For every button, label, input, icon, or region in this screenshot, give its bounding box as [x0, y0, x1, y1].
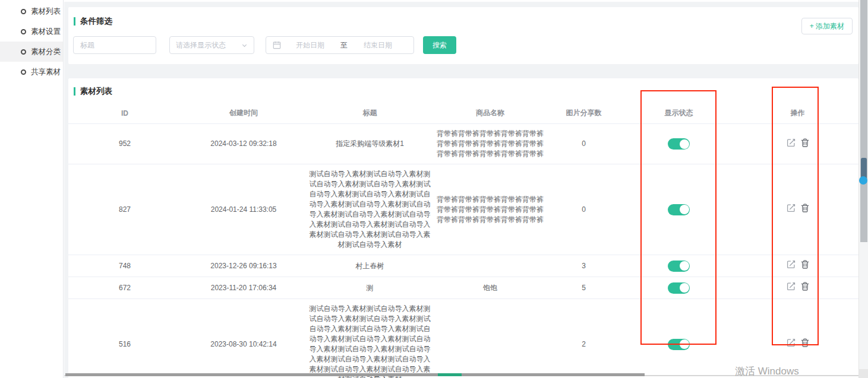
edit-icon[interactable] [787, 138, 796, 147]
cell-product [434, 255, 547, 277]
edit-icon[interactable] [787, 260, 796, 269]
circle-bullet-icon [21, 29, 26, 34]
column-header-share-count: 图片分享数 [547, 103, 621, 124]
sidebar-item-label: 素材列表 [31, 7, 61, 17]
display-status-toggle[interactable] [668, 339, 690, 350]
table-section-title: 素材列表 [68, 78, 858, 103]
delete-icon[interactable] [801, 260, 809, 269]
column-header-title: 标题 [306, 103, 434, 124]
date-range-separator: 至 [339, 40, 349, 50]
windows-activation-watermark: 激活 Windows [735, 364, 799, 378]
calendar-icon [273, 41, 281, 49]
cell-title: 测试自动导入素材测试自动导入素材测试自动导入素材测试自动导入素材测试自动导入素材… [306, 299, 434, 378]
cell-id: 672 [68, 277, 181, 299]
delete-icon[interactable] [801, 204, 809, 212]
main-content: 条件筛选 请选择显示状态 开始日期 至 结束日期 搜索 + 添加素材 素材列表 [64, 0, 858, 378]
filter-section-title: 条件筛选 [68, 7, 858, 27]
cell-title: 测试自动导入素材测试自动导入素材测试自动导入素材测试自动导入素材测试自动导入素材… [306, 164, 434, 255]
sidebar: 素材列表 素材设置 素材分类 共享素材 [0, 0, 64, 378]
edit-icon[interactable] [787, 282, 796, 291]
vertical-scrollbar-thumb[interactable] [860, 0, 867, 242]
edit-icon[interactable] [787, 204, 796, 212]
cell-created: 2024-01-24 11:33:05 [181, 164, 306, 255]
column-header-id: ID [68, 103, 181, 124]
cell-share-count: 2 [547, 299, 621, 378]
cell-display-status [621, 299, 737, 378]
delete-icon[interactable] [801, 338, 809, 347]
cell-product: 背带裤背带裤背带裤背带裤背带裤背带裤背带裤背带裤背带裤背带裤背带裤背带裤背带裤背… [434, 164, 547, 255]
cell-display-status [621, 124, 737, 164]
cell-display-status [621, 255, 737, 277]
vertical-scrollbar[interactable] [858, 0, 868, 378]
sidebar-item-material-settings[interactable]: 素材设置 [0, 21, 63, 42]
cell-share-count: 0 [547, 124, 621, 164]
cell-actions [737, 124, 858, 164]
cell-id: 748 [68, 255, 181, 277]
table-row: 672 2023-11-20 17:06:34 测 饱饱 5 [68, 277, 858, 299]
end-date-placeholder[interactable]: 结束日期 [349, 40, 407, 50]
cell-title: 指定采购端等级素材1 [306, 124, 434, 164]
circle-bullet-icon [21, 49, 26, 55]
cell-share-count: 0 [547, 164, 621, 255]
display-status-select[interactable]: 请选择显示状态 [169, 36, 254, 54]
cell-created: 2023-08-30 10:42:14 [181, 299, 306, 378]
sidebar-item-label: 素材设置 [31, 27, 61, 37]
date-range-picker[interactable]: 开始日期 至 结束日期 [266, 36, 414, 54]
search-button[interactable]: 搜索 [423, 36, 456, 54]
chevron-down-icon [241, 42, 248, 49]
top-strip [64, 0, 858, 2]
blue-scroll-marker-dot[interactable] [859, 176, 867, 185]
table-row: 952 2024-03-12 09:32:18 指定采购端等级素材1 背带裤背带… [68, 124, 858, 164]
cell-title: 村上春树 [306, 255, 434, 277]
sidebar-item-label: 素材分类 [31, 47, 61, 57]
filter-panel: 条件筛选 请选择显示状态 开始日期 至 结束日期 搜索 + 添加素材 [68, 7, 858, 64]
sidebar-item-material-category[interactable]: 素材分类 [0, 42, 63, 62]
cell-share-count: 5 [547, 277, 621, 299]
start-date-placeholder[interactable]: 开始日期 [281, 40, 339, 50]
partially-visible-green-element [438, 373, 462, 376]
table-row: 827 2024-01-24 11:33:05 测试自动导入素材测试自动导入素材… [68, 164, 858, 255]
section-accent-bar [74, 87, 75, 96]
title-filter-input[interactable] [73, 36, 156, 54]
cell-actions [737, 255, 858, 277]
cell-created: 2023-11-20 17:06:34 [181, 277, 306, 299]
delete-icon[interactable] [801, 138, 809, 147]
material-table-body: 952 2024-03-12 09:32:18 指定采购端等级素材1 背带裤背带… [68, 124, 858, 378]
display-status-toggle[interactable] [668, 138, 690, 150]
edit-icon[interactable] [787, 338, 796, 347]
display-status-toggle[interactable] [668, 261, 690, 272]
cell-id: 952 [68, 124, 181, 164]
display-status-toggle[interactable] [668, 204, 690, 215]
cell-created: 2024-03-12 09:32:18 [181, 124, 306, 164]
material-table: ID 创建时间 标题 商品名称 图片分享数 显示状态 操作 952 2024-0… [68, 103, 858, 378]
cell-display-status [621, 164, 737, 255]
sidebar-item-shared-material[interactable]: 共享素材 [0, 62, 63, 82]
table-section-title-text: 素材列表 [80, 86, 112, 97]
filter-section-title-text: 条件筛选 [80, 16, 112, 27]
cell-actions [737, 164, 858, 255]
cell-actions [737, 277, 858, 299]
delete-icon[interactable] [801, 282, 809, 291]
section-accent-bar [74, 17, 75, 26]
sidebar-item-material-list[interactable]: 素材列表 [0, 1, 63, 21]
horizontal-scrollbar-thumb[interactable] [65, 373, 645, 376]
cell-created: 2023-12-26 09:16:13 [181, 255, 306, 277]
cell-product: 饱饱 [434, 277, 547, 299]
cell-product [434, 299, 547, 378]
circle-bullet-icon [21, 69, 26, 75]
cell-product: 背带裤背带裤背带裤背带裤背带裤背带裤背带裤背带裤背带裤背带裤背带裤背带裤背带裤背… [434, 124, 547, 164]
cell-id: 516 [68, 299, 181, 378]
circle-bullet-icon [21, 9, 26, 14]
column-header-created: 创建时间 [181, 103, 306, 124]
cell-title: 测 [306, 277, 434, 299]
cell-share-count: 3 [547, 255, 621, 277]
material-list-panel: 素材列表 ID 创建时间 标题 商品名称 图片分享数 显示状态 操作 952 2… [68, 78, 858, 378]
cell-id: 827 [68, 164, 181, 255]
column-header-display-status: 显示状态 [621, 103, 737, 124]
table-row: 748 2023-12-26 09:16:13 村上春树 3 [68, 255, 858, 277]
add-material-button[interactable]: + 添加素材 [801, 18, 853, 34]
cell-display-status [621, 277, 737, 299]
display-status-toggle[interactable] [668, 282, 690, 294]
column-header-product: 商品名称 [434, 103, 547, 124]
select-placeholder: 请选择显示状态 [176, 40, 226, 50]
